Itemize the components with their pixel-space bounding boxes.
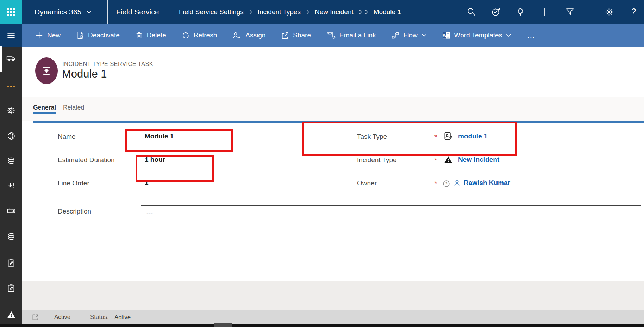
chevron-down-icon [506, 33, 511, 37]
breadcrumb-item-module-1[interactable]: Module 1 [374, 8, 401, 16]
site-map-sidebar [0, 24, 22, 327]
share-icon [281, 31, 289, 39]
flow-icon [391, 31, 399, 39]
chevron-down-icon [421, 33, 427, 37]
tab-related[interactable]: Related [63, 104, 84, 111]
sidebar-item-forms[interactable] [0, 255, 22, 271]
sidebar-item-settings[interactable] [0, 103, 22, 118]
estimated-duration-value[interactable]: 1 hour [145, 156, 165, 164]
insights-button[interactable] [513, 0, 528, 24]
app-launcher-button[interactable] [0, 0, 22, 24]
incident-type-warning-icon [444, 155, 452, 164]
bottom-edge-strip [0, 324, 644, 327]
new-button[interactable]: New [35, 31, 61, 39]
command-label: Delete [147, 31, 166, 39]
person-icon [453, 179, 461, 187]
sidebar-item-territories[interactable] [0, 128, 22, 144]
more-commands-button[interactable]: … [527, 31, 536, 40]
email-link-button[interactable]: Email a Link [326, 31, 376, 39]
product-menu[interactable]: Dynamics 365 [35, 0, 92, 24]
owner-value-link[interactable]: Rawish Kumar [464, 179, 510, 187]
status-divider [86, 313, 86, 321]
hamburger-icon [6, 31, 16, 40]
breadcrumb: Field Service Settings Incident Types Ne… [179, 0, 401, 24]
status-label: Status: [90, 314, 109, 321]
plus-icon [539, 7, 549, 17]
create-record-button[interactable] [537, 0, 552, 24]
database-icon [7, 232, 16, 241]
chevron-down-icon [86, 10, 92, 14]
sidebar-divider [0, 94, 22, 94]
refresh-icon [182, 31, 190, 39]
app-name-label: Field Service [116, 8, 159, 16]
app-name[interactable]: Field Service [116, 0, 159, 24]
sidebar-item-import[interactable] [0, 178, 22, 193]
delete-button[interactable]: Delete [135, 31, 166, 39]
settings-button[interactable] [601, 0, 617, 24]
clipboard-edit-icon [7, 284, 15, 293]
expand-icon [32, 313, 39, 321]
form-card: Name Module 1 Estimated Duration 1 hour … [33, 121, 644, 282]
sidebar-item-work-orders[interactable] [0, 50, 22, 66]
row-separator [39, 198, 642, 198]
help-button[interactable]: ? [626, 0, 642, 24]
sitemap-menu-button[interactable] [0, 24, 22, 47]
share-button[interactable]: Share [281, 31, 311, 39]
main-content: INCIDENT TYPE SERVICE TASK Module 1 Gene… [22, 47, 644, 327]
page-background [22, 281, 644, 310]
tab-general[interactable]: General [33, 104, 56, 111]
command-label: Refresh [194, 31, 217, 39]
page-deactivate-icon [76, 31, 84, 39]
status-value: Active [114, 314, 131, 321]
plus-icon [35, 31, 43, 39]
description-label: Description [58, 208, 91, 215]
search-icon [467, 7, 476, 17]
sidebar-item-forms-2[interactable] [0, 280, 22, 296]
status-bar: Active Status: Active [22, 310, 644, 324]
assign-button[interactable]: Assign [232, 31, 265, 39]
description-textarea[interactable]: --- [141, 205, 641, 261]
expand-form-button[interactable] [32, 313, 39, 321]
sidebar-item-data[interactable] [0, 153, 22, 169]
task-type-value-link[interactable]: module 1 [458, 132, 487, 140]
nav-divider [107, 0, 108, 24]
database-icon [7, 156, 16, 166]
breadcrumb-item-settings[interactable]: Field Service Settings [179, 8, 244, 16]
chevron-right-icon [359, 9, 362, 15]
sidebar-item-data-2[interactable] [0, 229, 22, 245]
clipboard-edit-icon [7, 259, 15, 267]
flow-button[interactable]: Flow [391, 31, 426, 39]
recent-check-button[interactable] [488, 0, 504, 24]
breadcrumb-item-incident-types[interactable]: Incident Types [258, 8, 301, 16]
sidebar-item-resources[interactable] [0, 203, 22, 218]
incident-type-value-link[interactable]: New Incident [458, 156, 499, 164]
name-field-value[interactable]: Module 1 [145, 132, 174, 140]
breadcrumb-item-new-incident[interactable]: New Incident [315, 8, 354, 16]
target-check-icon [491, 7, 501, 17]
command-label: Deactivate [88, 31, 120, 39]
chevron-right-icon [306, 9, 310, 15]
toolbox-icon [7, 206, 16, 215]
svg-text:W: W [443, 33, 446, 37]
line-order-value[interactable]: 1 [145, 179, 149, 187]
incident-type-label: Incident Type [357, 156, 397, 164]
advanced-find-button[interactable] [562, 0, 577, 24]
required-marker: * [434, 180, 437, 187]
row-separator [39, 152, 642, 152]
trash-icon [135, 31, 143, 39]
sidebar-item-alerts[interactable] [0, 307, 22, 322]
sidebar-item-more[interactable] [0, 79, 22, 94]
entity-type-label: INCIDENT TYPE SERVICE TASK [62, 61, 153, 67]
search-button[interactable] [463, 0, 479, 24]
word-templates-button[interactable]: W Word Templates [442, 31, 512, 39]
email-link-icon [326, 31, 336, 39]
word-icon: W [442, 31, 450, 39]
record-state-value: Active [54, 314, 70, 321]
refresh-button[interactable]: Refresh [182, 31, 217, 39]
deactivate-button[interactable]: Deactivate [76, 31, 120, 39]
entity-badge-icon [41, 66, 52, 76]
nav-divider [170, 0, 170, 24]
owner-label: Owner [357, 179, 377, 187]
help-icon: ? [632, 7, 636, 17]
app-window: Dynamics 365 Field Service Field Service… [0, 0, 644, 327]
